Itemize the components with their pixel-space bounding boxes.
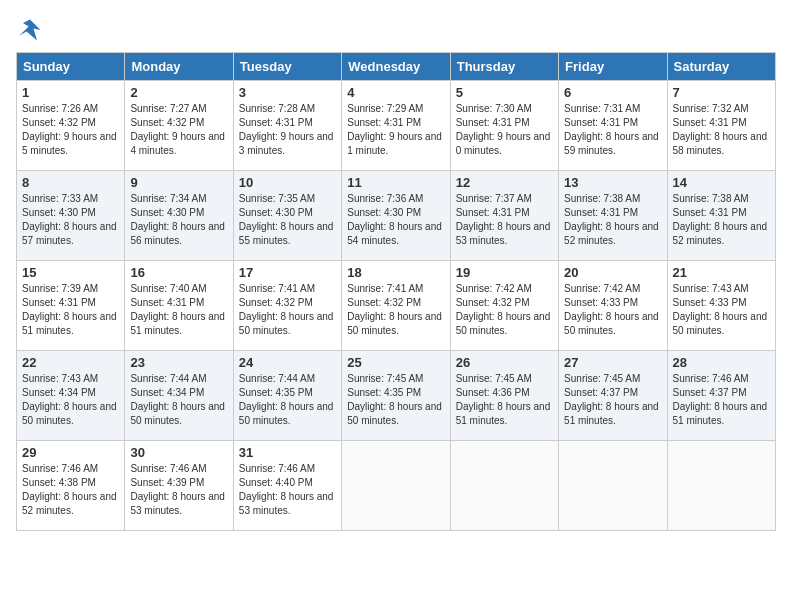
day-number: 19	[456, 265, 553, 280]
sunrise-text: Sunrise: 7:45 AM	[564, 372, 661, 386]
day-number: 28	[673, 355, 770, 370]
daylight-text: Daylight: 8 hours and 59 minutes.	[564, 130, 661, 158]
sunrise-text: Sunrise: 7:38 AM	[564, 192, 661, 206]
cell-content: Sunrise: 7:30 AM Sunset: 4:31 PM Dayligh…	[456, 102, 553, 158]
daylight-text: Daylight: 8 hours and 50 minutes.	[347, 400, 444, 428]
cell-content: Sunrise: 7:39 AM Sunset: 4:31 PM Dayligh…	[22, 282, 119, 338]
day-number: 5	[456, 85, 553, 100]
daylight-text: Daylight: 8 hours and 52 minutes.	[22, 490, 119, 518]
calendar-cell: 16 Sunrise: 7:40 AM Sunset: 4:31 PM Dayl…	[125, 261, 233, 351]
cell-content: Sunrise: 7:34 AM Sunset: 4:30 PM Dayligh…	[130, 192, 227, 248]
sunrise-text: Sunrise: 7:29 AM	[347, 102, 444, 116]
calendar-cell: 10 Sunrise: 7:35 AM Sunset: 4:30 PM Dayl…	[233, 171, 341, 261]
calendar-week-row: 1 Sunrise: 7:26 AM Sunset: 4:32 PM Dayli…	[17, 81, 776, 171]
sunrise-text: Sunrise: 7:44 AM	[239, 372, 336, 386]
cell-content: Sunrise: 7:45 AM Sunset: 4:35 PM Dayligh…	[347, 372, 444, 428]
sunset-text: Sunset: 4:33 PM	[673, 296, 770, 310]
daylight-text: Daylight: 9 hours and 3 minutes.	[239, 130, 336, 158]
daylight-text: Daylight: 8 hours and 50 minutes.	[456, 310, 553, 338]
calendar-cell: 30 Sunrise: 7:46 AM Sunset: 4:39 PM Dayl…	[125, 441, 233, 531]
day-number: 3	[239, 85, 336, 100]
logo-icon	[16, 16, 44, 44]
calendar-cell: 29 Sunrise: 7:46 AM Sunset: 4:38 PM Dayl…	[17, 441, 125, 531]
sunrise-text: Sunrise: 7:36 AM	[347, 192, 444, 206]
daylight-text: Daylight: 8 hours and 50 minutes.	[130, 400, 227, 428]
cell-content: Sunrise: 7:46 AM Sunset: 4:39 PM Dayligh…	[130, 462, 227, 518]
day-number: 26	[456, 355, 553, 370]
sunset-text: Sunset: 4:31 PM	[347, 116, 444, 130]
day-number: 11	[347, 175, 444, 190]
calendar-cell: 17 Sunrise: 7:41 AM Sunset: 4:32 PM Dayl…	[233, 261, 341, 351]
weekday-header-monday: Monday	[125, 53, 233, 81]
sunrise-text: Sunrise: 7:45 AM	[347, 372, 444, 386]
sunset-text: Sunset: 4:35 PM	[239, 386, 336, 400]
calendar-cell: 21 Sunrise: 7:43 AM Sunset: 4:33 PM Dayl…	[667, 261, 775, 351]
calendar-week-row: 22 Sunrise: 7:43 AM Sunset: 4:34 PM Dayl…	[17, 351, 776, 441]
cell-content: Sunrise: 7:35 AM Sunset: 4:30 PM Dayligh…	[239, 192, 336, 248]
cell-content: Sunrise: 7:29 AM Sunset: 4:31 PM Dayligh…	[347, 102, 444, 158]
calendar-cell: 25 Sunrise: 7:45 AM Sunset: 4:35 PM Dayl…	[342, 351, 450, 441]
sunset-text: Sunset: 4:30 PM	[239, 206, 336, 220]
daylight-text: Daylight: 8 hours and 50 minutes.	[22, 400, 119, 428]
calendar-cell: 14 Sunrise: 7:38 AM Sunset: 4:31 PM Dayl…	[667, 171, 775, 261]
calendar-cell: 26 Sunrise: 7:45 AM Sunset: 4:36 PM Dayl…	[450, 351, 558, 441]
calendar-cell	[342, 441, 450, 531]
cell-content: Sunrise: 7:42 AM Sunset: 4:32 PM Dayligh…	[456, 282, 553, 338]
daylight-text: Daylight: 8 hours and 57 minutes.	[22, 220, 119, 248]
day-number: 23	[130, 355, 227, 370]
cell-content: Sunrise: 7:45 AM Sunset: 4:36 PM Dayligh…	[456, 372, 553, 428]
sunset-text: Sunset: 4:30 PM	[347, 206, 444, 220]
day-number: 10	[239, 175, 336, 190]
daylight-text: Daylight: 8 hours and 51 minutes.	[22, 310, 119, 338]
day-number: 22	[22, 355, 119, 370]
sunset-text: Sunset: 4:30 PM	[22, 206, 119, 220]
sunset-text: Sunset: 4:33 PM	[564, 296, 661, 310]
cell-content: Sunrise: 7:42 AM Sunset: 4:33 PM Dayligh…	[564, 282, 661, 338]
sunset-text: Sunset: 4:40 PM	[239, 476, 336, 490]
sunset-text: Sunset: 4:32 PM	[22, 116, 119, 130]
calendar-cell: 23 Sunrise: 7:44 AM Sunset: 4:34 PM Dayl…	[125, 351, 233, 441]
weekday-header-friday: Friday	[559, 53, 667, 81]
cell-content: Sunrise: 7:36 AM Sunset: 4:30 PM Dayligh…	[347, 192, 444, 248]
day-number: 27	[564, 355, 661, 370]
calendar-cell: 18 Sunrise: 7:41 AM Sunset: 4:32 PM Dayl…	[342, 261, 450, 351]
calendar-cell: 24 Sunrise: 7:44 AM Sunset: 4:35 PM Dayl…	[233, 351, 341, 441]
daylight-text: Daylight: 8 hours and 50 minutes.	[564, 310, 661, 338]
sunrise-text: Sunrise: 7:42 AM	[456, 282, 553, 296]
calendar-cell: 19 Sunrise: 7:42 AM Sunset: 4:32 PM Dayl…	[450, 261, 558, 351]
cell-content: Sunrise: 7:37 AM Sunset: 4:31 PM Dayligh…	[456, 192, 553, 248]
sunset-text: Sunset: 4:36 PM	[456, 386, 553, 400]
cell-content: Sunrise: 7:45 AM Sunset: 4:37 PM Dayligh…	[564, 372, 661, 428]
sunset-text: Sunset: 4:31 PM	[456, 206, 553, 220]
calendar-cell: 11 Sunrise: 7:36 AM Sunset: 4:30 PM Dayl…	[342, 171, 450, 261]
sunrise-text: Sunrise: 7:46 AM	[130, 462, 227, 476]
sunset-text: Sunset: 4:32 PM	[130, 116, 227, 130]
day-number: 14	[673, 175, 770, 190]
sunrise-text: Sunrise: 7:43 AM	[673, 282, 770, 296]
day-number: 4	[347, 85, 444, 100]
daylight-text: Daylight: 9 hours and 1 minute.	[347, 130, 444, 158]
cell-content: Sunrise: 7:40 AM Sunset: 4:31 PM Dayligh…	[130, 282, 227, 338]
calendar-cell: 5 Sunrise: 7:30 AM Sunset: 4:31 PM Dayli…	[450, 81, 558, 171]
sunset-text: Sunset: 4:34 PM	[130, 386, 227, 400]
sunset-text: Sunset: 4:31 PM	[564, 116, 661, 130]
sunrise-text: Sunrise: 7:28 AM	[239, 102, 336, 116]
sunset-text: Sunset: 4:30 PM	[130, 206, 227, 220]
logo	[16, 16, 48, 44]
sunset-text: Sunset: 4:32 PM	[456, 296, 553, 310]
cell-content: Sunrise: 7:38 AM Sunset: 4:31 PM Dayligh…	[673, 192, 770, 248]
day-number: 15	[22, 265, 119, 280]
day-number: 1	[22, 85, 119, 100]
sunrise-text: Sunrise: 7:41 AM	[239, 282, 336, 296]
sunset-text: Sunset: 4:31 PM	[673, 206, 770, 220]
cell-content: Sunrise: 7:46 AM Sunset: 4:40 PM Dayligh…	[239, 462, 336, 518]
daylight-text: Daylight: 8 hours and 51 minutes.	[130, 310, 227, 338]
calendar-cell: 1 Sunrise: 7:26 AM Sunset: 4:32 PM Dayli…	[17, 81, 125, 171]
weekday-header-row: SundayMondayTuesdayWednesdayThursdayFrid…	[17, 53, 776, 81]
calendar-week-row: 8 Sunrise: 7:33 AM Sunset: 4:30 PM Dayli…	[17, 171, 776, 261]
sunrise-text: Sunrise: 7:44 AM	[130, 372, 227, 386]
calendar-week-row: 15 Sunrise: 7:39 AM Sunset: 4:31 PM Dayl…	[17, 261, 776, 351]
calendar-cell: 22 Sunrise: 7:43 AM Sunset: 4:34 PM Dayl…	[17, 351, 125, 441]
sunrise-text: Sunrise: 7:35 AM	[239, 192, 336, 206]
cell-content: Sunrise: 7:38 AM Sunset: 4:31 PM Dayligh…	[564, 192, 661, 248]
